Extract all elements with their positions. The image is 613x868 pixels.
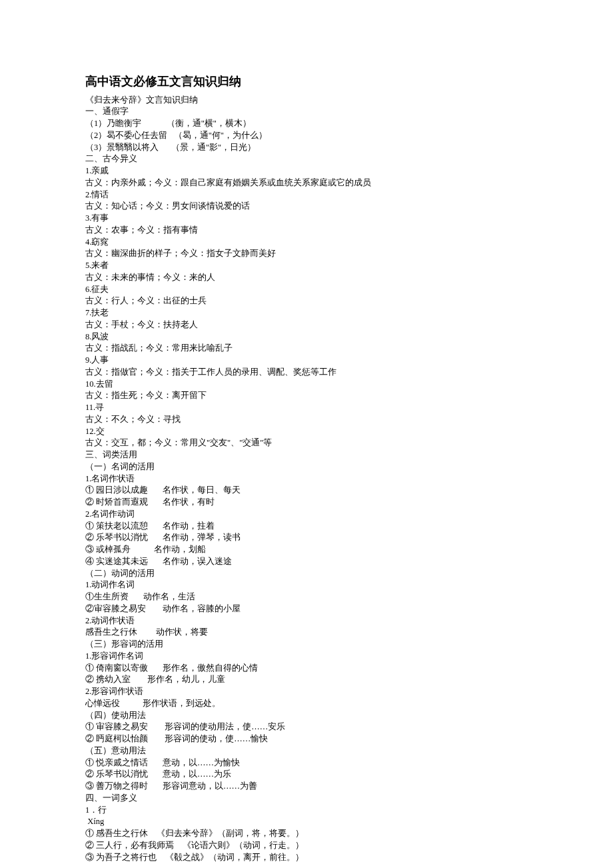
text-line: （一）名词的活用 [85,461,528,473]
text-line: 四、一词多义 [85,793,528,805]
text-line: （3）景翳翳以将入 （景，通"影"，日光） [85,142,528,154]
text-line: 9.人事 [85,355,528,367]
text-line: 三、词类活用 [85,449,528,461]
text-line: 古义：未来的事情；今义：来的人 [85,272,528,284]
text-line: 7.扶老 [85,307,528,319]
text-line: ① 审容膝之易安 形容词的使动用法，使……安乐 [85,721,528,733]
text-line: 感吾生之行休 动作状，将要 [85,627,528,639]
text-line: （1）乃瞻衡宇 （衡，通"横"，横木） [85,118,528,130]
text-line: ② 乐琴书以消忧 名作动，弹琴，读书 [85,532,528,544]
text-line: 古义：幽深曲折的样子；今义：指女子文静而美好 [85,248,528,260]
text-line: 3.有事 [85,213,528,225]
text-line: 一、通假字 [85,106,528,118]
document-body: 《归去来兮辞》文言知识归纳一、通假字（1）乃瞻衡宇 （衡，通"横"，横木）（2）… [85,95,528,864]
text-line: 10.去留 [85,379,528,391]
text-line: （四）使动用法 [85,710,528,722]
text-line: ① 倚南窗以寄傲 形作名，傲然自得的心情 [85,663,528,675]
text-line: 2.情话 [85,189,528,201]
text-line: ② 携幼入室 形作名，幼儿，儿童 [85,674,528,686]
text-line: 古义：不久；今义：寻找 [85,414,528,426]
text-line: 4.窈窕 [85,237,528,249]
text-line: 1.动词作名词 [85,579,528,591]
text-line: 12.交 [85,426,528,438]
text-line: 1.亲戚 [85,165,528,177]
text-line: ① 悦亲戚之情话 意动，以……为愉快 [85,757,528,769]
text-line: ① 园日涉以成趣 名作状，每日、每天 [85,485,528,497]
text-line: 2.形容词作状语 [85,686,528,698]
text-line: 11.寻 [85,402,528,414]
text-line: 2.动词作状语 [85,615,528,627]
text-line: Xíng [85,816,528,828]
text-line: 古义：交互，都；今义：常用义"交友"、"交通"等 [85,437,528,449]
text-line: 1．行 [85,805,528,817]
text-line: ① 感吾生之行休 《归去来兮辞》（副词，将，将要。） [85,828,528,840]
text-line: 1.形容词作名词 [85,651,528,663]
text-line: 古义：行人；今义：出征的士兵 [85,295,528,307]
text-line: 二、古今异义 [85,153,528,165]
text-line: 古义：内亲外戚；今义：跟自己家庭有婚姻关系或血统关系家庭或它的成员 [85,177,528,189]
text-line: ② 乐琴书以消忧 意动，以……为乐 [85,769,528,781]
text-line: （2）曷不委心任去留 （曷，通"何"，为什么） [85,130,528,142]
text-line: ③ 或棹孤舟 名作动，划船 [85,544,528,556]
text-line: ①生生所资 动作名，生活 [85,591,528,603]
text-line: （五）意动用法 [85,745,528,757]
text-line: （二）动词的活用 [85,568,528,580]
text-line: 5.来者 [85,260,528,272]
text-line: 1.名词作状语 [85,473,528,485]
text-line: 古义：指生死；今义：离开留下 [85,390,528,402]
text-line: ② 三人行，必有我师焉 《论语六则》（动词，行走。） [85,840,528,852]
text-line: 8.风波 [85,331,528,343]
text-line: ④ 实迷途其未远 名作动，误入迷途 [85,556,528,568]
text-line: 古义：指做官；今义：指关于工作人员的录用、调配、奖惩等工作 [85,367,528,379]
text-line: 古义：指战乱；今义：常用来比喻乱子 [85,343,528,355]
text-line: （三）形容词的活用 [85,639,528,651]
text-line: 心惮远役 形作状语，到远处。 [85,698,528,710]
document-page: 高中语文必修五文言知识归纳 《归去来兮辞》文言知识归纳一、通假字（1）乃瞻衡宇 … [0,0,613,868]
text-line: ③ 善万物之得时 形容词意动，以……为善 [85,781,528,793]
text-line: 古义：知心话；今义：男女间谈情说爱的话 [85,201,528,213]
page-title: 高中语文必修五文言知识归纳 [85,73,528,91]
text-line: 古义：手杖；今义：扶持老人 [85,319,528,331]
text-line: 2.名词作动词 [85,509,528,521]
text-line: 古义：农事；今义：指有事情 [85,225,528,237]
text-line: 《归去来兮辞》文言知识归纳 [85,95,528,107]
text-line: ②审容膝之易安 动作名，容膝的小屋 [85,603,528,615]
text-line: ① 策扶老以流憩 名作动，拄着 [85,521,528,533]
text-line: ③ 为吾子之将行也 《殽之战》（动词，离开，前往。） [85,852,528,864]
text-line: ② 时矫首而遐观 名作状，有时 [85,497,528,509]
text-line: ② 眄庭柯以怡颜 形容词的使动，使……愉快 [85,733,528,745]
text-line: 6.征夫 [85,284,528,296]
